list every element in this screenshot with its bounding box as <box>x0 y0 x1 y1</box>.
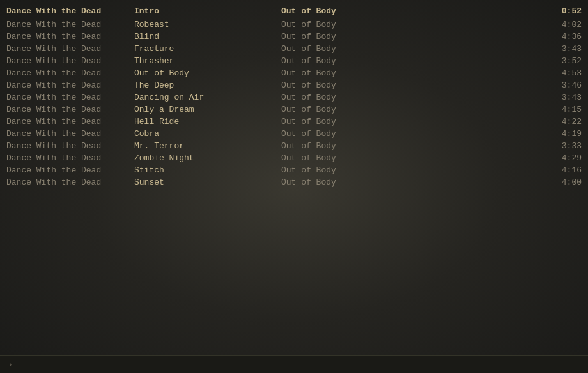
track-duration: 4:19 <box>543 129 582 139</box>
header-duration: 0:52 <box>543 6 582 16</box>
table-row[interactable]: Dance With the DeadThrasherOut of Body3:… <box>0 55 588 67</box>
track-album: Out of Body <box>281 56 543 66</box>
track-title: Out of Body <box>134 68 281 78</box>
track-duration: 3:43 <box>543 44 582 54</box>
track-artist: Dance With the Dead <box>6 80 134 90</box>
track-title: Stitch <box>134 165 281 175</box>
track-artist: Dance With the Dead <box>6 32 134 42</box>
track-title: Only a Dream <box>134 105 281 114</box>
table-row[interactable]: Dance With the DeadFractureOut of Body3:… <box>0 43 588 55</box>
track-album: Out of Body <box>281 129 543 139</box>
track-list: Dance With the Dead Intro Out of Body 0:… <box>0 0 588 194</box>
track-artist: Dance With the Dead <box>6 44 134 54</box>
table-row[interactable]: Dance With the DeadOnly a DreamOut of Bo… <box>0 103 588 116</box>
track-artist: Dance With the Dead <box>6 129 134 139</box>
track-album: Out of Body <box>281 105 543 114</box>
track-duration: 3:46 <box>543 80 582 90</box>
table-row[interactable]: Dance With the DeadHell RideOut of Body4… <box>0 116 588 128</box>
track-album: Out of Body <box>281 44 543 54</box>
track-duration: 4:16 <box>543 165 582 175</box>
table-row[interactable]: Dance With the DeadRobeastOut of Body4:0… <box>0 19 588 31</box>
track-title: Dancing on Air <box>134 93 281 102</box>
table-row[interactable]: Dance With the DeadBlindOut of Body4:36 <box>0 31 588 43</box>
track-album: Out of Body <box>281 117 543 126</box>
track-duration: 4:02 <box>543 20 582 29</box>
track-duration: 3:52 <box>543 56 582 66</box>
table-row[interactable]: Dance With the DeadDancing on AirOut of … <box>0 91 588 103</box>
track-title: Cobra <box>134 129 281 139</box>
track-title: Zombie Night <box>134 153 281 163</box>
bottom-bar: → <box>0 355 588 373</box>
track-title: Fracture <box>134 44 281 54</box>
header-artist: Dance With the Dead <box>6 6 134 16</box>
track-album: Out of Body <box>281 32 543 42</box>
table-row[interactable]: Dance With the DeadMr. TerrorOut of Body… <box>0 140 588 152</box>
track-duration: 4:00 <box>543 178 582 187</box>
table-row[interactable]: Dance With the DeadStitchOut of Body4:16 <box>0 164 588 176</box>
track-artist: Dance With the Dead <box>6 68 134 78</box>
header-title: Intro <box>134 6 281 16</box>
track-album: Out of Body <box>281 80 543 90</box>
track-title: Hell Ride <box>134 117 281 126</box>
track-duration: 4:29 <box>543 153 582 163</box>
table-row[interactable]: Dance With the DeadSunsetOut of Body4:00 <box>0 176 588 188</box>
track-album: Out of Body <box>281 178 543 187</box>
table-row[interactable]: Dance With the DeadCobraOut of Body4:19 <box>0 128 588 140</box>
track-album: Out of Body <box>281 20 543 29</box>
track-artist: Dance With the Dead <box>6 153 134 163</box>
track-duration: 3:43 <box>543 93 582 102</box>
track-duration: 4:36 <box>543 32 582 42</box>
track-artist: Dance With the Dead <box>6 165 134 175</box>
track-duration: 4:53 <box>543 68 582 78</box>
track-title: Thrasher <box>134 56 281 66</box>
track-artist: Dance With the Dead <box>6 178 134 187</box>
track-album: Out of Body <box>281 68 543 78</box>
table-header: Dance With the Dead Intro Out of Body 0:… <box>0 5 588 17</box>
track-artist: Dance With the Dead <box>6 105 134 114</box>
track-album: Out of Body <box>281 141 543 151</box>
track-album: Out of Body <box>281 93 543 102</box>
arrow-icon: → <box>6 360 12 370</box>
track-album: Out of Body <box>281 165 543 175</box>
track-title: Sunset <box>134 178 281 187</box>
track-artist: Dance With the Dead <box>6 117 134 126</box>
track-artist: Dance With the Dead <box>6 56 134 66</box>
table-row[interactable]: Dance With the DeadOut of BodyOut of Bod… <box>0 67 588 79</box>
track-title: Mr. Terror <box>134 141 281 151</box>
track-artist: Dance With the Dead <box>6 20 134 29</box>
table-row[interactable]: Dance With the DeadThe DeepOut of Body3:… <box>0 79 588 91</box>
header-album: Out of Body <box>281 6 543 16</box>
track-duration: 4:15 <box>543 105 582 114</box>
track-title: The Deep <box>134 80 281 90</box>
table-row[interactable]: Dance With the DeadZombie NightOut of Bo… <box>0 152 588 164</box>
track-artist: Dance With the Dead <box>6 93 134 102</box>
track-album: Out of Body <box>281 153 543 163</box>
track-duration: 3:33 <box>543 141 582 151</box>
track-title: Blind <box>134 32 281 42</box>
track-artist: Dance With the Dead <box>6 141 134 151</box>
track-title: Robeast <box>134 20 281 29</box>
track-duration: 4:22 <box>543 117 582 126</box>
